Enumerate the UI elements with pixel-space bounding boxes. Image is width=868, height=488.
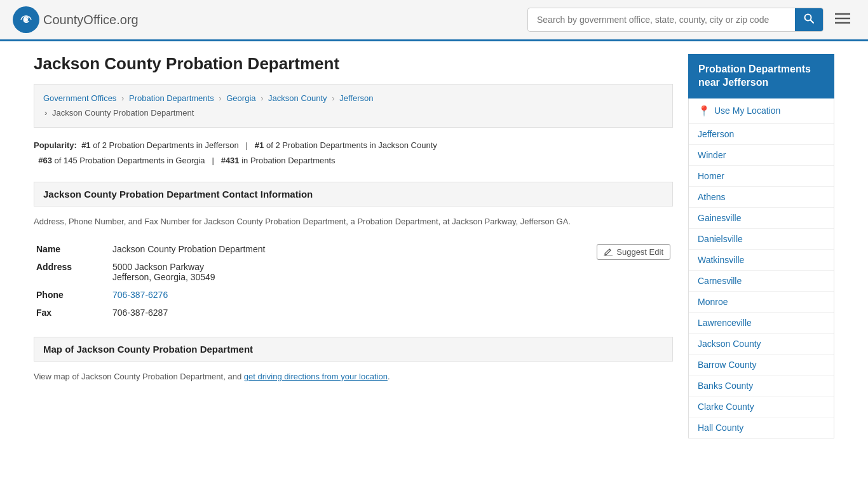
address-line2: Jefferson, Georgia, 30549 xyxy=(112,272,215,282)
map-desc-text: View map of Jackson County Probation Dep… xyxy=(34,372,244,381)
page-title: Jackson County Probation Department xyxy=(34,54,673,74)
header-right xyxy=(527,8,855,32)
main-container: Jackson County Probation Department Gove… xyxy=(21,41,847,451)
name-label: Name xyxy=(34,240,110,258)
suggest-edit-button[interactable]: Suggest Edit xyxy=(597,244,670,260)
search-input[interactable] xyxy=(528,10,795,30)
sidebar-links-list: JeffersonWinderHomerAthensGainesvilleDan… xyxy=(689,124,834,438)
rank1-text: of 2 Probation Departments in Jefferson xyxy=(93,140,239,150)
contact-info-table: Name Jackson County Probation Department… xyxy=(34,240,673,322)
svg-line-4 xyxy=(811,20,814,24)
sidebar-link-item: Winder xyxy=(689,145,834,166)
driving-directions-link[interactable]: get driving directions from your locatio… xyxy=(244,372,388,381)
sep2: › xyxy=(219,93,221,103)
use-location-row: 📍 Use My Location xyxy=(689,98,834,124)
breadcrumb: Government Offices › Probation Departmen… xyxy=(34,84,673,128)
suggest-edit-label: Suggest Edit xyxy=(616,247,663,257)
sidebar-link-item: Homer xyxy=(689,166,834,187)
sidebar-link-item: Lawrenceville xyxy=(689,313,834,334)
sidebar-link-item: Athens xyxy=(689,187,834,208)
sidebar-link-item: Jackson County xyxy=(689,334,834,355)
sidebar-link-danielsville[interactable]: Danielsville xyxy=(698,234,743,244)
sidebar-link-winder[interactable]: Winder xyxy=(698,150,726,160)
sidebar-link-lawrenceville[interactable]: Lawrenceville xyxy=(698,318,752,328)
site-header: C CountyOffice.org xyxy=(0,0,868,41)
address-label: Address xyxy=(34,258,110,286)
suggest-edit-cell: Suggest Edit xyxy=(485,240,673,322)
logo-text: CountyOffice.org xyxy=(43,13,139,27)
sidebar-link-item: Jefferson xyxy=(689,124,834,145)
sidebar-link-item: Carnesville xyxy=(689,271,834,292)
search-button[interactable] xyxy=(795,8,823,31)
breadcrumb-government-offices[interactable]: Government Offices xyxy=(43,93,116,103)
fax-value: 706-387-6287 xyxy=(110,304,485,322)
breadcrumb-jefferson[interactable]: Jefferson xyxy=(339,93,373,103)
popularity-label: Popularity: xyxy=(34,140,77,150)
sidebar-link-hall-county[interactable]: Hall County xyxy=(698,423,743,433)
sidebar-link-monroe[interactable]: Monroe xyxy=(698,297,728,307)
rank2: #1 xyxy=(255,140,264,150)
sidebar-link-item: Banks County xyxy=(689,376,834,396)
rank3: #63 xyxy=(38,156,52,165)
map-section-header: Map of Jackson County Probation Departme… xyxy=(34,337,673,362)
sep: › xyxy=(121,93,124,103)
sidebar-link-item: Barrow County xyxy=(689,355,834,376)
breadcrumb-current: Jackson County Probation Department xyxy=(52,108,194,118)
sidebar-link-item: Gainesville xyxy=(689,208,834,229)
rank4: #431 xyxy=(221,156,240,165)
sep4: › xyxy=(332,93,334,103)
address-value: 5000 Jackson Parkway Jefferson, Georgia,… xyxy=(110,258,485,286)
sidebar-link-item: Monroe xyxy=(689,292,834,313)
rank1: #1 xyxy=(81,140,90,150)
sidebar-link-clarke-county[interactable]: Clarke County xyxy=(698,402,754,412)
name-value: Jackson County Probation Department xyxy=(110,240,485,258)
sidebar: Probation Departments near Jefferson 📍 U… xyxy=(688,54,834,438)
breadcrumb-georgia[interactable]: Georgia xyxy=(226,93,255,103)
breadcrumb-probation-departments[interactable]: Probation Departments xyxy=(129,93,214,103)
sidebar-body: 📍 Use My Location JeffersonWinderHomerAt… xyxy=(688,98,834,438)
contact-section-header: Jackson County Probation Department Cont… xyxy=(34,182,673,207)
sidebar-link-watkinsville[interactable]: Watkinsville xyxy=(698,255,744,265)
popularity-section: Popularity: #1 of 2 Probation Department… xyxy=(34,138,673,169)
rank2-text: of 2 Probation Departments in Jackson Co… xyxy=(266,140,437,150)
map-description: View map of Jackson County Probation Dep… xyxy=(34,370,673,384)
sidebar-link-homer[interactable]: Homer xyxy=(698,171,724,181)
logo-icon: C xyxy=(13,6,39,33)
phone-link[interactable]: 706-387-6276 xyxy=(112,290,168,300)
location-pin-icon: 📍 xyxy=(698,105,710,117)
sidebar-link-banks-county[interactable]: Banks County xyxy=(698,381,753,391)
breadcrumb-jackson-county[interactable]: Jackson County xyxy=(268,93,327,103)
sep3: › xyxy=(261,93,263,103)
use-my-location-link[interactable]: Use My Location xyxy=(714,105,780,116)
sidebar-link-item: Watkinsville xyxy=(689,250,834,271)
rank4-text: in Probation Departments xyxy=(241,156,335,165)
sidebar-link-gainesville[interactable]: Gainesville xyxy=(698,213,741,223)
contact-description: Address, Phone Number, and Fax Number fo… xyxy=(34,215,673,229)
sidebar-link-jackson-county[interactable]: Jackson County xyxy=(698,339,761,349)
sidebar-title: Probation Departments near Jefferson xyxy=(688,54,834,98)
address-line1: 5000 Jackson Parkway xyxy=(112,262,204,272)
main-content: Jackson County Probation Department Gove… xyxy=(34,54,673,438)
table-row-name: Name Jackson County Probation Department… xyxy=(34,240,673,258)
sidebar-link-item: Clarke County xyxy=(689,396,834,417)
search-bar xyxy=(527,8,824,32)
sidebar-link-jefferson[interactable]: Jefferson xyxy=(698,129,734,139)
sidebar-link-barrow-county[interactable]: Barrow County xyxy=(698,360,757,370)
sidebar-link-item: Danielsville xyxy=(689,229,834,250)
menu-button[interactable] xyxy=(830,10,855,30)
phone-value: 706-387-6276 xyxy=(110,286,485,304)
sidebar-link-athens[interactable]: Athens xyxy=(698,192,726,202)
svg-point-2 xyxy=(24,18,28,22)
rank3-text: of 145 Probation Departments in Georgia xyxy=(55,156,205,165)
logo-area: C CountyOffice.org xyxy=(13,6,139,33)
sidebar-link-carnesville[interactable]: Carnesville xyxy=(698,276,742,286)
fax-label: Fax xyxy=(34,304,110,322)
phone-label: Phone xyxy=(34,286,110,304)
svg-line-8 xyxy=(609,249,611,250)
map-desc-end: . xyxy=(388,372,390,381)
sidebar-link-item: Hall County xyxy=(689,417,834,438)
